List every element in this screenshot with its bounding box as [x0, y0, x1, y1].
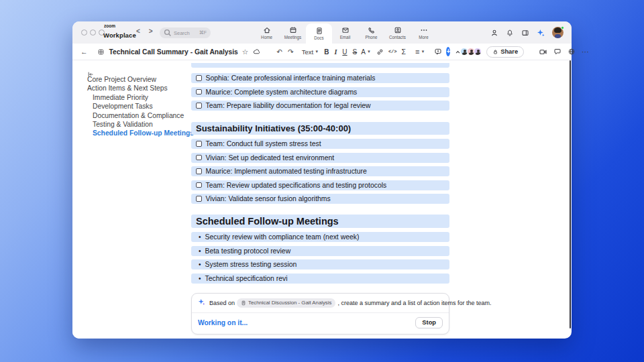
favorite-star-icon[interactable]: ☆: [242, 48, 248, 56]
top-bar: zoom Workplace < > Search ⌘F HomeMeeting…: [72, 21, 572, 44]
checkbox[interactable]: [196, 196, 202, 202]
search-input[interactable]: Search ⌘F: [160, 27, 211, 38]
formula-icon[interactable]: Σ: [402, 48, 407, 56]
share-button[interactable]: Share: [486, 46, 524, 58]
bullet-item[interactable]: •Beta testing protocol review: [191, 246, 449, 256]
contacts-icon: [394, 26, 402, 34]
ai-status-text: Working on it...: [198, 319, 248, 326]
code-icon[interactable]: </>: [388, 49, 397, 54]
email-icon: [341, 26, 350, 34]
bullet-item[interactable]: •Security review with compliance team (n…: [191, 232, 449, 242]
sidebar-item-development-tasks[interactable]: Development Tasks: [72, 102, 187, 111]
checklist-item[interactable]: Sophia: Create professional interface tr…: [191, 73, 449, 83]
minimize-window-button[interactable]: [90, 29, 96, 36]
text-style-dropdown[interactable]: Text▼: [302, 48, 319, 56]
undo-icon[interactable]: ↶: [276, 48, 282, 56]
bullet-item[interactable]: •System stress testing session: [191, 259, 449, 269]
collaborator-avatars: [462, 48, 482, 56]
search-placeholder: Search: [174, 30, 190, 36]
bullet-item[interactable]: •Technical specification revi: [191, 274, 449, 284]
globe-icon[interactable]: [568, 48, 576, 56]
checklist-item[interactable]: Vivian: Set up dedicated test environmen…: [191, 153, 449, 163]
checkbox[interactable]: [196, 155, 202, 161]
tab-label: Meetings: [284, 35, 302, 40]
collaborator-avatar[interactable]: [474, 48, 482, 56]
checklist-text: Maurice: Implement automated testing inf…: [206, 168, 367, 175]
tab-email[interactable]: Email: [332, 21, 358, 44]
heading-row[interactable]: Scheduled Follow-up Meetings: [191, 215, 449, 228]
online-status-dot: [561, 26, 564, 29]
checkbox[interactable]: [196, 75, 202, 81]
topnav: HomeMeetingsDocsEmailPhoneContactsMore: [254, 21, 437, 44]
tab-label: Home: [261, 35, 272, 40]
checklist-item[interactable]: Team: Prepare liability documentation fo…: [191, 101, 449, 111]
tab-home[interactable]: Home: [254, 21, 280, 44]
link-icon[interactable]: [376, 48, 384, 56]
cloud-saved-icon: [252, 48, 260, 56]
user-avatar[interactable]: [552, 27, 564, 38]
ai-companion-icon[interactable]: [537, 29, 545, 37]
doc-home-grid-icon[interactable]: [97, 48, 105, 56]
tab-meetings[interactable]: Meetings: [280, 21, 306, 44]
checkbox[interactable]: [196, 89, 202, 95]
checkbox[interactable]: [196, 182, 202, 188]
strikethrough-icon[interactable]: S: [353, 48, 358, 56]
underline-icon[interactable]: U: [342, 48, 347, 56]
checkbox[interactable]: [196, 168, 202, 174]
zoom-workplace-logo: zoom Workplace: [103, 24, 136, 40]
clipped-row[interactable]: [191, 63, 449, 68]
sidebar-item-action-items-next-steps[interactable]: Action Items & Next Steps: [72, 84, 187, 93]
chat-icon[interactable]: [553, 48, 561, 56]
checklist-item[interactable]: Team: Conduct full system stress test: [191, 139, 449, 149]
checklist-item[interactable]: Maurice: Implement automated testing inf…: [191, 166, 449, 176]
redo-icon[interactable]: ↷: [288, 48, 294, 56]
close-window-button[interactable]: [81, 29, 87, 36]
tab-docs[interactable]: Docs: [306, 23, 332, 44]
checklist-item[interactable]: Vivian: Validate sensor fusion algorithm…: [191, 194, 449, 204]
checkbox[interactable]: [196, 141, 202, 147]
checklist-item[interactable]: Maurice: Complete system architecture di…: [191, 87, 449, 97]
italic-icon[interactable]: I: [334, 48, 337, 56]
scrollbar[interactable]: [570, 60, 571, 328]
more-options-icon[interactable]: ⋯: [582, 48, 589, 56]
sidebar-item-scheduled-follow-up-meetings[interactable]: Scheduled Follow-up Meetings: [72, 129, 187, 137]
side-panel-toggle-icon[interactable]: [521, 29, 529, 37]
video-camera-icon[interactable]: [539, 48, 547, 56]
checkbox[interactable]: [196, 103, 202, 109]
sidebar-item-documentation-compliance[interactable]: Documentation & Compliance: [72, 111, 187, 120]
sidebar-item-testing-validation[interactable]: Testing & Validation: [72, 120, 187, 129]
docs-icon: [315, 27, 323, 35]
bullet-text: Security review with compliance team (ne…: [205, 233, 360, 241]
tab-more[interactable]: More: [411, 21, 437, 44]
profile-icon[interactable]: [490, 29, 498, 37]
insert-plus-button[interactable]: +: [446, 47, 450, 56]
tab-contacts[interactable]: Contacts: [384, 21, 411, 44]
tab-label: Phone: [365, 35, 377, 40]
phone-icon: [368, 26, 376, 34]
sidebar-item-core-project-overview[interactable]: Core Project Overview: [72, 75, 187, 84]
tab-phone[interactable]: Phone: [358, 21, 384, 44]
sidebar-item-immediate-priority[interactable]: Immediate Priority: [72, 93, 187, 102]
home-icon: [263, 26, 271, 34]
list-format-dropdown[interactable]: ≡▼: [415, 48, 425, 56]
more-icon: [420, 26, 428, 34]
back-icon[interactable]: ←: [80, 48, 88, 56]
source-doc-chip[interactable]: Technical Discussion - Gait Analysis: [237, 298, 335, 308]
heading-row[interactable]: Sustainability Initiatives (35:00-40:00): [191, 122, 449, 135]
lock-icon: [492, 49, 498, 55]
ai-prompt-suffix: , create a summary and a list of action …: [337, 300, 491, 306]
notifications-bell-icon[interactable]: [506, 29, 514, 37]
checklist-item[interactable]: Team: Review updated specifications and …: [191, 180, 449, 190]
bullet-text: Beta testing protocol review: [205, 247, 291, 255]
comment-icon[interactable]: [434, 48, 442, 56]
bullet-text: Technical specification revi: [205, 275, 288, 282]
tab-label: Docs: [314, 36, 323, 40]
nav-back-icon[interactable]: <: [136, 27, 140, 35]
ai-prompt-row: Based on Technical Discussion - Gait Ana…: [192, 294, 449, 313]
nav-forward-icon[interactable]: >: [149, 27, 153, 35]
checklist-text: Sophia: Create professional interface tr…: [206, 74, 376, 82]
checklist-text: Team: Prepare liability documentation fo…: [206, 102, 371, 109]
bold-icon[interactable]: B: [324, 48, 329, 56]
stop-button[interactable]: Stop: [415, 317, 443, 328]
text-color-dropdown[interactable]: A▼: [361, 48, 371, 56]
